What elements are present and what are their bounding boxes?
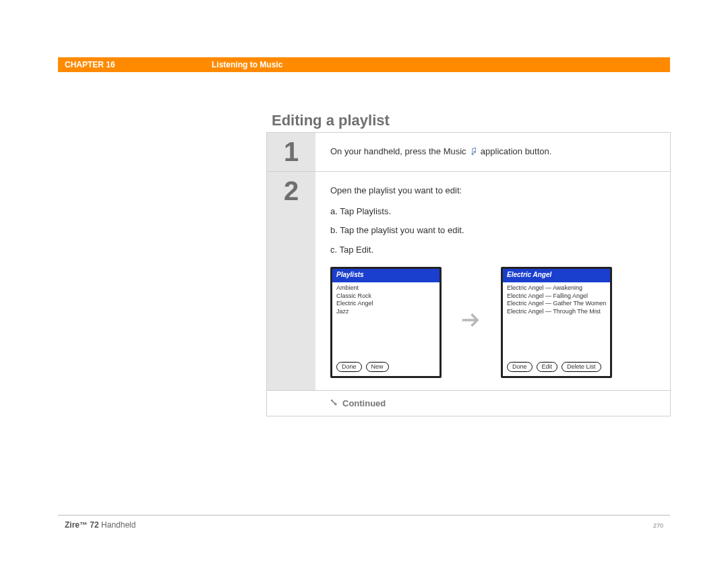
palm-title-right: Electric Angel: [503, 269, 555, 281]
step-2-intro: Open the playlist you want to edit:: [330, 184, 657, 198]
step-1-row: 1 On your handheld, press the Music appl…: [267, 133, 670, 172]
palm-edit-button: Edit: [537, 362, 558, 372]
palm-done-button: Done: [336, 362, 362, 372]
footer-page-number: 270: [653, 522, 663, 529]
palm-screen-playlists: Playlists Ambient Classic Rock Electric …: [330, 267, 442, 378]
continued-arrow-icon: [329, 398, 338, 409]
chapter-header-bar: CHAPTER 16 Listening to Music: [58, 57, 670, 72]
step-2-number: 2: [267, 172, 315, 390]
screenshots-row: Playlists Ambient Classic Rock Electric …: [330, 267, 657, 378]
step-1-text-after: application button.: [481, 146, 552, 156]
step-2-body: Open the playlist you want to edit: a. T…: [315, 172, 670, 390]
palm-new-button: New: [366, 362, 389, 372]
arrow-right-icon: [458, 307, 485, 338]
footer-rule: [58, 515, 670, 516]
list-item: Electric Angel — Awakening: [507, 284, 606, 292]
palm-titlebar-right: Electric Angel: [503, 269, 610, 282]
continued-row: Continued: [267, 391, 670, 416]
footer-product-rest: Handheld: [99, 520, 136, 530]
list-item: Electric Angel — Falling Angel: [507, 292, 606, 301]
palm-title-left: Playlists: [332, 269, 368, 281]
substep-c: c. Tap Edit.: [330, 243, 657, 257]
step-2-substeps: a. Tap Playlists. b. Tap the playlist yo…: [330, 205, 657, 257]
step-2-row: 2 Open the playlist you want to edit: a.…: [267, 172, 670, 391]
palm-list-right: Electric Angel — Awakening Electric Ange…: [503, 282, 610, 359]
list-item: Electric Angel: [336, 300, 435, 308]
palm-footer-left: Done New: [332, 359, 439, 376]
music-icon: [468, 146, 478, 156]
substep-a: a. Tap Playlists.: [330, 205, 657, 219]
footer-product: Zire™ 72 Handheld: [65, 520, 135, 530]
list-item: Jazz: [336, 308, 435, 316]
step-1-text-before: On your handheld, press the Music: [330, 146, 468, 156]
palm-titlebar-left: Playlists: [332, 269, 439, 282]
palm-screen-tracks: Electric Angel Electric Angel — Awakenin…: [501, 267, 612, 378]
substep-b: b. Tap the playlist you want to edit.: [330, 224, 657, 238]
chapter-title: Listening to Music: [212, 60, 282, 69]
palm-footer-right: Done Edit Delete List: [503, 359, 610, 376]
footer-product-bold: Zire™ 72: [65, 520, 99, 530]
step-1-number: 1: [267, 133, 315, 171]
list-item: Electric Angel — Through The Mist: [507, 308, 606, 316]
palm-delete-list-button: Delete List: [562, 362, 601, 372]
palm-list-left: Ambient Classic Rock Electric Angel Jazz: [332, 282, 439, 359]
chapter-label: CHAPTER 16: [65, 60, 115, 69]
continued-label: Continued: [342, 398, 386, 408]
palm-done-button: Done: [507, 362, 533, 372]
steps-panel: 1 On your handheld, press the Music appl…: [266, 132, 671, 416]
list-item: Electric Angel — Gather The Women: [507, 300, 606, 308]
list-item: Ambient: [336, 284, 435, 292]
list-item: Classic Rock: [336, 292, 435, 301]
section-title: Editing a playlist: [272, 112, 390, 129]
step-1-body: On your handheld, press the Music applic…: [315, 133, 670, 171]
